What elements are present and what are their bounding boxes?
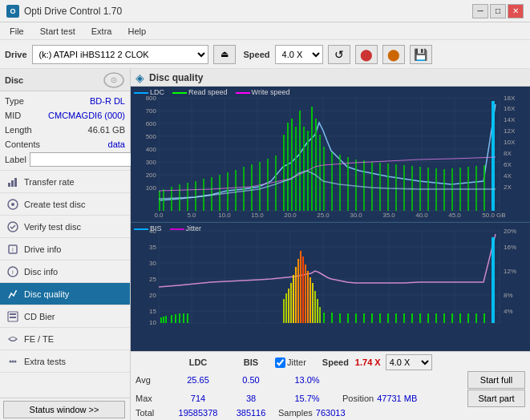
nav-verify-test-disc[interactable]: Verify test disc [0,216,130,238]
start-part-button[interactable]: Start part [467,390,525,407]
svg-text:0.0: 0.0 [154,212,164,219]
top-chart-legend: LDC Read speed Write speed [134,88,289,96]
svg-rect-160 [293,275,294,323]
svg-rect-161 [295,267,297,323]
minimize-button[interactable]: ─ [472,4,488,18]
close-button[interactable]: ✕ [508,4,524,18]
svg-rect-182 [403,313,405,323]
svg-rect-86 [287,123,289,211]
svg-text:15: 15 [149,308,156,315]
svg-rect-180 [387,313,389,323]
svg-rect-159 [290,283,292,323]
svg-rect-153 [179,313,180,323]
menu-start-test[interactable]: Start test [34,25,82,38]
nav-cd-bier[interactable]: CD Bier [0,305,130,328]
svg-rect-79 [235,170,237,211]
toolbar-btn-4[interactable]: 💾 [410,45,432,64]
svg-rect-101 [371,162,373,211]
svg-rect-188 [451,313,453,323]
avg-jitter: 13.0% [275,375,339,385]
svg-rect-81 [251,164,253,211]
legend-write-speed: Write speed [236,88,290,96]
samples-label: Samples [278,408,313,418]
nav-disc-info[interactable]: i Disc info [0,260,130,283]
contents-label: Contents [5,138,40,151]
menu-file[interactable]: File [3,25,30,38]
legend-ldc: LDC [134,88,164,96]
svg-rect-158 [288,289,289,323]
svg-rect-78 [227,172,229,211]
speed-select[interactable]: 4.0 X [275,45,323,64]
cd-bier-icon [6,310,19,323]
svg-rect-150 [165,316,167,323]
svg-rect-169 [314,291,316,323]
drive-select[interactable]: (k:) ATAPI iHBS112 2 CLOK [32,45,208,64]
nav-transfer-rate[interactable]: Transfer rate [0,171,130,193]
stats-avg-row: Avg 25.65 0.50 13.0% Start full [136,371,525,389]
svg-rect-15 [10,317,16,318]
menu-extra[interactable]: Extra [85,25,119,38]
position-value: 47731 MB [377,394,417,403]
speed-label: Speed [244,50,270,59]
stats-speed-select[interactable]: 4.0 X [386,354,432,370]
disc-section-header: Disc [0,69,130,91]
svg-rect-186 [435,313,437,323]
svg-rect-95 [323,147,325,211]
drive-label: Drive [5,50,27,59]
nav-disc-quality[interactable]: Disc quality [0,283,130,305]
label-input[interactable] [30,152,145,167]
svg-rect-193 [492,237,495,323]
svg-rect-183 [411,313,413,323]
nav-create-test-disc[interactable]: Create test disc [0,193,130,216]
svg-text:20.0: 20.0 [284,212,297,219]
svg-rect-187 [443,313,445,323]
stats-col-speed: Speed [322,357,349,367]
max-ldc: 714 [169,394,227,403]
svg-text:500: 500 [146,133,157,140]
type-label: Type [5,95,24,107]
svg-rect-87 [291,119,293,211]
stats-total-row: Total 19585378 385116 Samples 763013 [136,408,525,418]
svg-rect-173 [331,313,333,323]
svg-rect-105 [403,165,405,211]
maximize-button[interactable]: □ [490,4,506,18]
toolbar-btn-1[interactable]: ↺ [328,45,350,64]
svg-rect-85 [283,135,285,211]
toolbar-btn-3[interactable]: ⬤ [382,45,405,64]
svg-rect-69 [159,191,160,211]
total-bis: 385116 [227,408,275,418]
svg-rect-83 [267,159,269,211]
menubar: File Start test Extra Help [0,22,530,40]
menu-help[interactable]: Help [121,25,152,38]
samples-value: 763013 [316,408,346,418]
svg-rect-149 [163,317,164,323]
svg-rect-148 [160,317,162,323]
disc-label-row: Label ✎ [5,152,125,167]
svg-point-7 [11,203,14,206]
nav-drive-info[interactable]: i Drive info [0,238,130,260]
svg-rect-75 [203,179,204,211]
stats-col-bis: BIS [227,357,275,367]
svg-rect-162 [297,259,299,323]
stats-header-row: LDC BIS Jitter Speed 1.74 X 4.0 X [136,354,525,370]
titlebar-left: O Opti Drive Control 1.70 [6,5,122,18]
disc-quality-icon [6,288,19,301]
eject-button[interactable]: ⏏ [213,45,236,64]
stats-area: LDC BIS Jitter Speed 1.74 X 4.0 X Avg 25… [131,351,530,420]
status-window-button[interactable]: Status window >> [3,401,125,418]
toolbar-btn-2[interactable]: ⬤ [355,45,378,64]
start-full-button[interactable]: Start full [467,371,525,389]
svg-text:20%: 20% [504,228,516,235]
nav-fe-te[interactable]: FE / TE [0,328,130,350]
disc-quality-header: ◈ Disc quality [131,69,530,87]
length-value: 46.61 GB [88,123,125,136]
svg-point-16 [10,360,12,362]
jitter-checkbox[interactable] [275,357,285,368]
stats-col-ldc: LDC [169,357,227,367]
legend-bis: BIS [134,224,162,232]
nav-extra-tests[interactable]: Extra tests [0,350,130,373]
svg-text:2X: 2X [504,184,512,191]
drivebar: Drive (k:) ATAPI iHBS112 2 CLOK ⏏ Speed … [0,40,530,69]
right-panel: ◈ Disc quality LDC Read speed Write spee… [131,69,530,420]
main-area: Disc Type BD-R DL MID CMCMAGDI6 (000) Le… [0,69,530,420]
